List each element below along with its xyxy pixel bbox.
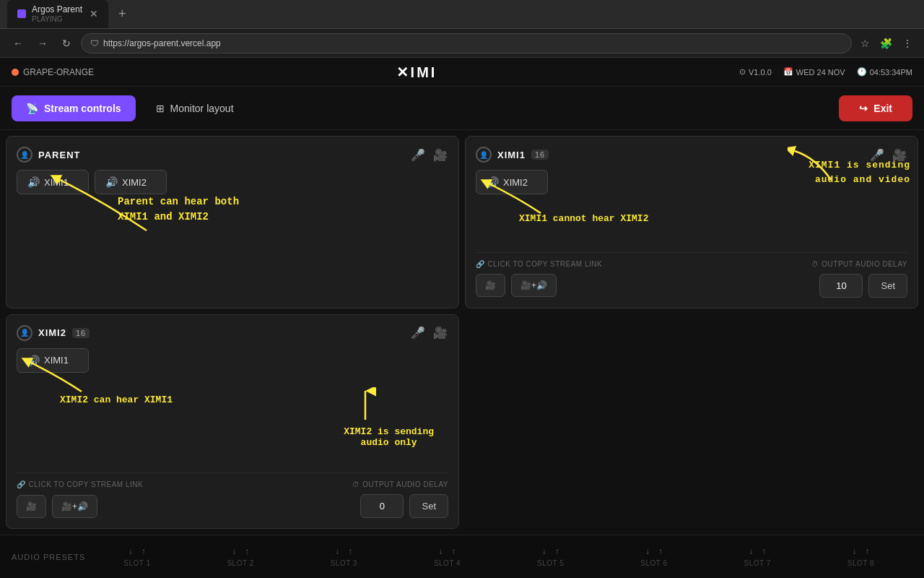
ximi2-footer-labels: 🔗 CLICK TO COPY STREAM LINK ⏱ OUTPUT AUD… <box>17 480 448 488</box>
ximi2-footer-buttons: 🎥 🎥+🔊 Set <box>17 494 448 518</box>
preset-slot-6-label: SLOT 6 <box>640 559 667 567</box>
ximi2-sending-arrow-svg <box>344 387 387 423</box>
ximi2-footer: 🔗 CLICK TO COPY STREAM LINK ⏱ OUTPUT AUD… <box>17 473 448 518</box>
preset-8-up-arrow[interactable]: ↑ <box>865 546 869 556</box>
tab-close-button[interactable]: ✕ <box>90 8 98 20</box>
ximi1-video-only-button[interactable]: 🎥 <box>476 274 505 297</box>
ximi1-participants: 🔊 XIMI2 <box>476 170 907 194</box>
preset-6-up-arrow[interactable]: ↑ <box>658 546 663 556</box>
preset-1-arrows: ↓ ↑ <box>128 546 146 556</box>
monitor-layout-icon: ⊞ <box>156 103 165 114</box>
preset-slot-4: ↓ ↑ SLOT 4 <box>396 546 499 567</box>
preset-slot-6: ↓ ↑ SLOT 6 <box>602 546 705 567</box>
clock-icon: 🕐 <box>857 67 867 77</box>
parent-participant-ximi1: 🔊 XIMI1 <box>17 170 89 194</box>
preset-1-down-arrow[interactable]: ↓ <box>128 546 133 556</box>
preset-5-down-arrow[interactable]: ↓ <box>542 546 546 556</box>
ximi2-can-hear-annotation: XIMI2 can hear XIMI1 <box>60 394 173 445</box>
back-button[interactable]: ← <box>9 35 27 52</box>
participant-ximi1-label: XIMI1 <box>44 177 69 188</box>
ximi1-badge: 16 <box>531 150 549 160</box>
ximi1-delay-input[interactable] <box>819 274 863 298</box>
ximi2-video-icon[interactable]: 🎥 <box>433 326 448 340</box>
preset-8-down-arrow[interactable]: ↓ <box>852 546 856 556</box>
preset-slot-8-label: SLOT 8 <box>847 559 874 567</box>
ximi2-video-audio-button[interactable]: 🎥+🔊 <box>52 495 97 518</box>
parent-title: PARENT <box>38 150 80 160</box>
ximi1-stream-link-label: 🔗 CLICK TO COPY STREAM LINK <box>476 260 602 268</box>
parent-participants: 🔊 XIMI1 🔊 XIMI2 <box>17 170 448 194</box>
ximi2-video-only-button[interactable]: 🎥 <box>17 495 46 518</box>
ximi1-user-icon: 👤 <box>476 147 492 163</box>
connection-indicator: GRAPE-ORANGE <box>12 67 94 77</box>
extensions-button[interactable]: 🧩 <box>877 35 895 52</box>
calendar-icon: 📅 <box>783 67 793 77</box>
exit-icon: ↪ <box>859 103 868 114</box>
stream-controls-button[interactable]: 📡 Stream controls <box>12 95 136 121</box>
panel-ximi1: 👤 XIMI1 16 🎤 🎥 XIMI1 is sendingaudio and… <box>465 136 918 309</box>
time-text: 04:53:34PM <box>870 68 912 77</box>
app-logo: ✕IMI <box>94 64 739 81</box>
version-icon: ⊙ <box>739 67 746 77</box>
parent-annotation-area: Parent can hear both XIMI1 and XIMI2 <box>17 202 448 298</box>
preset-slot-4-label: SLOT 4 <box>434 559 461 567</box>
ximi1-footer-buttons: 🎥 🎥+🔊 Set <box>476 274 907 298</box>
ximi2-sending-annotation: XIMI2 is sending audio only <box>344 426 434 448</box>
tab-subtitle: PLAYING <box>32 15 82 24</box>
parent-panel-header: 👤 PARENT 🎤 🎥 <box>17 147 448 163</box>
browser-tab[interactable]: Argos Parent PLAYING ✕ <box>7 0 108 27</box>
star-button[interactable]: ☆ <box>858 35 873 52</box>
preset-slot-2: ↓ ↑ SLOT 2 <box>188 546 292 567</box>
presets-bar: AUDIO PRESETS ↓ ↑ SLOT 1 ↓ ↑ SLOT 2 ↓ ↑ … <box>0 535 924 578</box>
forward-button[interactable]: → <box>33 35 52 52</box>
preset-7-down-arrow[interactable]: ↓ <box>749 546 753 556</box>
ximi2-stream-link-label: 🔗 CLICK TO COPY STREAM LINK <box>17 480 143 488</box>
preset-3-down-arrow[interactable]: ↓ <box>335 546 339 556</box>
toolbar: 📡 Stream controls ⊞ Monitor layout ↪ Exi… <box>0 87 924 130</box>
ximi2-header-controls: 🎤 🎥 <box>411 326 448 340</box>
ximi1-footer-labels: 🔗 CLICK TO COPY STREAM LINK ⏱ OUTPUT AUD… <box>476 260 907 268</box>
stream-controls-label: Stream controls <box>44 103 121 114</box>
preset-slot-7-label: SLOT 7 <box>744 559 771 567</box>
parent-mic-icon[interactable]: 🎤 <box>411 148 426 162</box>
monitor-layout-button[interactable]: ⊞ Monitor layout <box>141 95 248 121</box>
preset-2-down-arrow[interactable]: ↓ <box>232 546 236 556</box>
header-info: ⊙ V1.0.0 📅 WED 24 NOV 🕐 04:53:34PM <box>739 67 912 77</box>
ximi2-participants: 🔊 XIMI1 <box>17 348 448 373</box>
preset-2-up-arrow[interactable]: ↑ <box>245 546 249 556</box>
tab-title: Argos Parent <box>32 4 82 14</box>
ximi2-badge: 16 <box>72 328 90 338</box>
ximi2-link-icon: 🔗 <box>17 480 26 488</box>
address-bar[interactable]: 🛡 https://argos-parent.vercel.app <box>81 33 852 53</box>
preset-6-down-arrow[interactable]: ↓ <box>645 546 650 556</box>
new-tab-button[interactable]: + <box>114 5 131 23</box>
preset-3-up-arrow[interactable]: ↑ <box>348 546 352 556</box>
ximi1-set-button[interactable]: Set <box>868 274 907 298</box>
ximi1-cannot-hear-arrow <box>476 170 562 220</box>
preset-4-down-arrow[interactable]: ↓ <box>439 546 443 556</box>
preset-7-up-arrow[interactable]: ↑ <box>762 546 766 556</box>
ximi2-user-icon: 👤 <box>17 325 32 341</box>
preset-4-up-arrow[interactable]: ↑ <box>452 546 456 556</box>
shield-icon: 🛡 <box>90 38 99 48</box>
speaker-icon: 🔊 <box>27 176 40 188</box>
exit-button[interactable]: ↪ Exit <box>839 95 912 121</box>
nav-actions: ☆ 🧩 ⋮ <box>858 35 915 52</box>
ximi1-video-audio-button[interactable]: 🎥+🔊 <box>511 274 557 297</box>
monitor-layout-label: Monitor layout <box>170 103 234 114</box>
ximi2-title: XIMI2 <box>38 327 66 338</box>
date-text: WED 24 NOV <box>796 68 845 77</box>
preset-slot-3-label: SLOT 3 <box>331 559 357 567</box>
parent-video-icon[interactable]: 🎥 <box>433 148 448 162</box>
ximi2-set-button[interactable]: Set <box>409 494 448 518</box>
reload-button[interactable]: ↻ <box>58 35 75 52</box>
preset-5-up-arrow[interactable]: ↑ <box>555 546 559 556</box>
panel-ximi2: 👤 XIMI2 16 🎤 🎥 🔊 XIMI1 <box>6 314 459 530</box>
preset-1-up-arrow[interactable]: ↑ <box>141 546 146 556</box>
link-icon: 🔗 <box>476 260 485 268</box>
menu-button[interactable]: ⋮ <box>899 35 915 52</box>
navigation-bar: ← → ↻ 🛡 https://argos-parent.vercel.app … <box>0 29 924 58</box>
ximi2-mic-icon[interactable]: 🎤 <box>411 326 426 340</box>
ximi2-delay-input[interactable] <box>360 494 404 518</box>
parent-user-icon: 👤 <box>17 147 32 163</box>
